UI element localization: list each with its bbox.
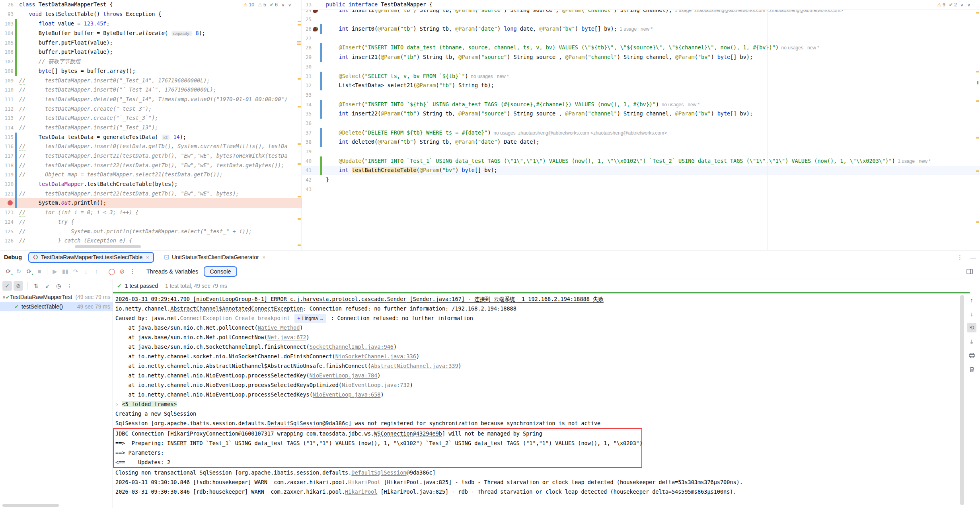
sort-tests-button[interactable]: ⇅ (31, 281, 41, 291)
gutter-line-number[interactable]: 27 (302, 34, 312, 43)
gutter-line-number[interactable]: 42 (302, 175, 312, 185)
code-line-121[interactable]: 121// testDataMapper.insert22(testData.g… (0, 189, 302, 199)
code-line-120[interactable]: 120 testDataMapper.testBatchCreateTable(… (0, 180, 302, 189)
code-line-29[interactable]: 29 int insert21(@Param("tb") String tb, … (302, 53, 980, 62)
gutter-line-number[interactable]: 117 (0, 151, 14, 161)
gutter-line-number[interactable]: 119 (0, 170, 14, 180)
debug-session-tab-unitstatus[interactable]: UnitStatusTestClientDataGenerator × (160, 252, 270, 263)
lingma-badge[interactable]: ✦ Lingma → (294, 314, 326, 323)
rerun-button[interactable]: ⟳▴ (3, 266, 14, 277)
gutter-line-number[interactable]: 24 (302, 10, 312, 15)
gutter-line-number[interactable]: 34 (302, 100, 312, 109)
stack-trace-link[interactable]: NioEventLoop.java:658 (313, 391, 381, 398)
editor-right-testdatamapper[interactable]: ⚠9 ✔2 ∧ ∨ 13public interface TestDataMap… (302, 0, 980, 250)
stack-trace-link[interactable]: SocketChannelImpl.java:946 (310, 344, 394, 350)
inspections-widget-left[interactable]: ⚠10 ⚠5 ✔6 ∧ ∨ (242, 2, 293, 8)
gutter-line-number[interactable]: 112 (0, 104, 14, 114)
gutter-line-number[interactable]: 106 (0, 47, 14, 57)
code-line-38[interactable]: 38 int delete0(@Param("tb") String tb, @… (302, 137, 980, 147)
code-line-126[interactable]: 126// } catch (Exception e) { (0, 236, 302, 246)
horizontal-scrollbar-thumb[interactable] (75, 245, 141, 248)
console-line[interactable]: at java.base/sun.nio.ch.Net.pollConnectN… (113, 332, 956, 342)
more-icon[interactable]: ⋮ (127, 266, 138, 277)
show-ignored-button[interactable]: ⊘ (14, 281, 23, 291)
soft-wrap-button[interactable]: ⟲ (967, 323, 976, 332)
gutter-line-number[interactable]: 28 (302, 43, 312, 53)
gutter-line-number[interactable]: 25 (302, 15, 312, 24)
stack-trace-link[interactable]: Native Method (258, 324, 300, 331)
more-options-icon[interactable]: ⋮ (957, 254, 963, 261)
gutter-line-number[interactable]: 110 (0, 85, 14, 95)
code-line-31[interactable]: 31 @Select("SELECT ts, v, bv FROM `${tb}… (302, 72, 980, 81)
console-line[interactable]: at io.netty.channel.nio.NioEventLoop.pro… (113, 390, 956, 399)
gutter-line-number[interactable]: 120 (0, 180, 14, 189)
code-line-32[interactable]: 32 List<TestData> select21(@Param("tb") … (302, 81, 980, 90)
code-line-111[interactable]: 111// testDataMapper.delete0("_Test_14",… (0, 95, 302, 104)
gutter-line-number[interactable]: 113 (0, 113, 14, 123)
test-tree-root-row[interactable]: ∨ ✔ TestDataRawMapperTest (49 sec 79 ms (0, 292, 113, 302)
show-passed-button[interactable]: ✓ (2, 281, 12, 291)
pause-button[interactable]: ▮▮ (60, 266, 70, 277)
gutter-line-number[interactable]: 118 (0, 161, 14, 170)
prev-problem-button[interactable]: ∧ (961, 2, 964, 8)
code-line-110[interactable]: 110// testDataMapper.insert0("`_Test_14`… (0, 85, 302, 95)
stack-trace-link[interactable]: DefaultSqlSession (351, 469, 406, 476)
console-line[interactable]: Closing non transactional SqlSession [or… (113, 468, 956, 477)
console-line[interactable]: at io.netty.channel.nio.AbstractNioChann… (113, 361, 956, 371)
stack-trace-link[interactable]: NioEventLoop.java:784 (310, 372, 378, 379)
gutter-line-number[interactable]: 36 (302, 119, 312, 128)
console-line[interactable]: <== Updates: 2 (114, 457, 641, 467)
code-line-34[interactable]: 34 @Insert("INSERT INTO `${tb}` USING da… (302, 100, 980, 109)
scroll-to-end-button[interactable]: ⤓ (967, 337, 976, 346)
code-line-105[interactable]: 105 buffer.putFloat(value); (0, 38, 302, 48)
chevron-down-icon[interactable]: ∨ (2, 295, 6, 300)
gutter-line-number[interactable]: 13 (302, 0, 312, 10)
code-line-39[interactable]: 39 (302, 147, 980, 156)
error-stripe-left[interactable] (296, 0, 301, 250)
gutter-line-number[interactable]: 39 (302, 147, 312, 156)
console-line[interactable]: Caused by: java.net.ConnectException Cre… (113, 313, 956, 323)
code-line-106[interactable]: 106 buffer.putFloat(value); (0, 47, 302, 57)
console-line[interactable]: 2026-03-31 09:30:30.846 [tsdb:housekeepe… (113, 477, 956, 487)
gutter-line-number[interactable]: 123 (0, 208, 14, 217)
gutter-line-number[interactable]: 38 (302, 137, 312, 147)
console-line[interactable]: JDBC Connection [HikariProxyConnection@1… (114, 429, 641, 438)
code-line-27[interactable]: 27 (302, 34, 980, 43)
stack-trace-link[interactable]: HikariPool (348, 479, 380, 485)
code-line-122[interactable]: System.out.println(); (0, 198, 302, 208)
console-line[interactable]: 2026-03-31 09:30:30.846 [rdb:housekeeper… (113, 487, 956, 496)
gutter-line-number[interactable]: 104 (0, 29, 14, 38)
code-line-125[interactable]: 125// System.out.println(testDataMapper.… (0, 227, 302, 236)
code-line-103[interactable]: 103 float value = 123.45f; (0, 19, 302, 29)
resume-button[interactable]: ▶ (50, 266, 60, 277)
code-line-26[interactable]: 26 int insert0(@Param("tb") String tb, @… (302, 24, 980, 34)
gutter-line-number[interactable]: 43 (302, 185, 312, 194)
next-problem-button[interactable]: ∨ (288, 2, 291, 8)
code-line-119[interactable]: 119// Object map = testDataMapper.select… (0, 170, 302, 180)
close-icon[interactable]: × (263, 254, 266, 260)
console-line[interactable]: at java.base/sun.nio.ch.SocketChannelImp… (113, 342, 956, 352)
gutter-line-number[interactable]: 116 (0, 142, 14, 151)
stack-trace-link[interactable]: NioEventLoop.java:732 (342, 382, 410, 388)
code-line-123[interactable]: 123// for (int i = 0; i < 3; i++) { (0, 208, 302, 217)
gutter-line-number[interactable]: 26 (302, 24, 312, 34)
code-line-37[interactable]: 37 @Delete("DELETE FROM ${tb} WHERE ts =… (302, 128, 980, 138)
code-line-117[interactable]: 117// testDataMapper.insert21(testData.g… (0, 151, 302, 161)
stack-trace-link[interactable]: Net.java:672 (267, 334, 306, 340)
console-line[interactable]: at java.base/sun.nio.ch.Net.pollConnect(… (113, 323, 956, 332)
gutter-line-number[interactable]: 41 (302, 166, 312, 175)
down-stack-trace-button[interactable]: ↓ (967, 309, 976, 318)
editor-left-testdatarawmappertest[interactable]: ⚠10 ⚠5 ✔6 ∧ ∨ 26class TestDataRawMapperT… (0, 0, 302, 250)
test-tree-method-row[interactable]: ✔ testSelectTable() 49 sec 79 ms (0, 302, 113, 311)
code-line-30[interactable]: 30 (302, 62, 980, 72)
gutter-line-number[interactable]: 33 (302, 90, 312, 100)
prev-problem-button[interactable]: ∧ (281, 2, 284, 8)
mybatis-mapper-icon[interactable] (313, 27, 318, 31)
next-problem-button[interactable]: ∨ (967, 2, 970, 8)
code-line-114[interactable]: 114// testDataMapper.insert1("_Test_13")… (0, 123, 302, 133)
gutter-line-number[interactable]: 31 (302, 72, 312, 81)
code-line-25[interactable]: 25 (302, 15, 980, 24)
gutter-line-number[interactable]: 93 (0, 10, 14, 19)
gutter-line-number[interactable]: 30 (302, 62, 312, 72)
gutter-line-number[interactable]: 124 (0, 217, 14, 227)
